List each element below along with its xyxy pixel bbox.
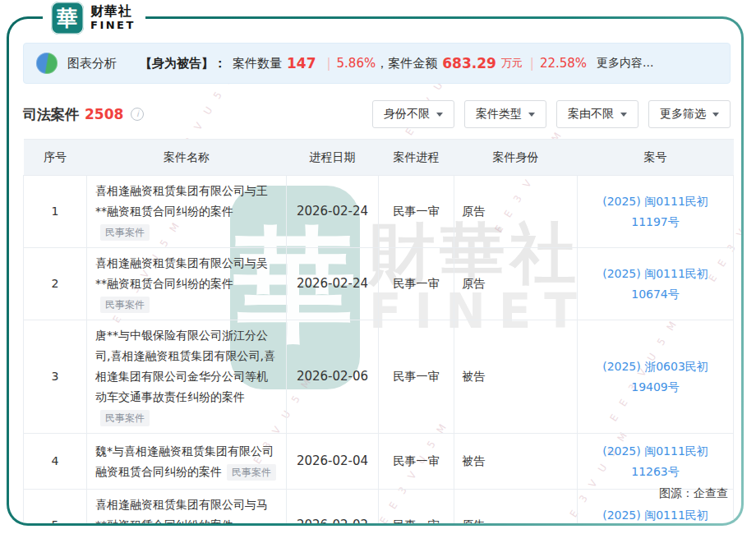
filter-bar: 身份不限 案件类型 案由不限 更多筛选 <box>372 100 731 128</box>
case-process: 民事一审 <box>379 490 454 524</box>
chart-analysis-banner[interactable]: 图表分析 【身为被告】： 案件数量 147 | 5.86% ， 案件金额 683… <box>23 43 731 84</box>
case-role: 原告 <box>454 176 578 248</box>
process-date: 2026-02-02 <box>287 490 379 524</box>
section-count: 2508 <box>85 106 123 122</box>
case-process: 民事一审 <box>379 176 454 248</box>
logo-name-cn: 财華社 <box>90 4 136 19</box>
col-header-process: 案件进程 <box>379 140 454 176</box>
case-name-cell: 喜相逢融资租赁集团有限公司与马**融资租赁合同纠纷的案件民事案件 <box>87 490 287 524</box>
case-number-link[interactable]: (2025) 闽0111民初11197号 <box>578 176 734 248</box>
case-amount-percent: 22.58% <box>540 56 587 71</box>
col-header-role: 案件身份 <box>454 140 578 176</box>
case-count-label: 案件数量 <box>233 56 282 71</box>
case-process: 民事一审 <box>379 434 454 490</box>
table-header-row: 序号 案件名称 进程日期 案件进程 案件身份 案号 <box>24 140 734 176</box>
case-number-link[interactable]: (2025) 浙0603民初19409号 <box>578 320 734 434</box>
section-title: 司法案件 2508 i <box>23 105 144 124</box>
case-name-cell: 唐**与中银保险有限公司浙江分公司,喜相逢融资租赁集团有限公司,喜相逢集团有限公… <box>87 320 287 434</box>
case-number-link[interactable]: (2025) 闽0111民初11263号 <box>578 434 734 490</box>
separator: | <box>530 56 534 71</box>
filter-more-dropdown[interactable]: 更多筛选 <box>648 100 731 128</box>
case-type-badge: 民事案件 <box>100 410 150 426</box>
case-type-badge: 民事案件 <box>100 224 150 241</box>
case-name: 喜相逢融资租赁集团有限公司与马**融资租赁合同纠纷的案件 <box>95 498 268 523</box>
cases-table: 序号 案件名称 进程日期 案件进程 案件身份 案号 1 喜相逢融资租赁集团有限公… <box>23 139 734 523</box>
case-count-value: 147 <box>287 55 316 71</box>
filter-label: 更多筛选 <box>660 107 706 122</box>
row-no: 4 <box>24 434 87 490</box>
table-row: 1 喜相逢融资租赁集团有限公司与王**融资租赁合同纠纷的案件民事案件 2026-… <box>24 176 734 248</box>
case-name-cell: 喜相逢融资租赁集团有限公司与王**融资租赁合同纠纷的案件民事案件 <box>87 176 287 248</box>
chevron-down-icon <box>528 113 535 117</box>
image-source-caption: 图源：企查查 <box>659 486 728 501</box>
case-number-link[interactable]: (2025) 闽0111民初10674号 <box>578 248 734 320</box>
chart-analysis-icon <box>36 53 58 74</box>
filter-label: 案由不限 <box>568 107 614 122</box>
page-frame: 華 財華社 FINET E E 3 V U 5 M E E 3 V U 5 M … <box>7 16 744 526</box>
process-date: 2026-02-24 <box>287 248 379 320</box>
table-row: 2 喜相逢融资租赁集团有限公司与吴**融资租赁合同纠纷的案件民事案件 2026-… <box>24 248 734 320</box>
case-name: 唐**与中银保险有限公司浙江分公司,喜相逢融资租赁集团有限公司,喜相逢集团有限公… <box>95 329 275 403</box>
table-row: 3 唐**与中银保险有限公司浙江分公司,喜相逢融资租赁集团有限公司,喜相逢集团有… <box>24 320 734 434</box>
more-content-link[interactable]: 更多内容... <box>597 56 653 71</box>
case-amount-label: 案件金额 <box>388 56 437 71</box>
case-process: 民事一审 <box>379 320 454 434</box>
case-type-badge: 民事案件 <box>227 464 276 481</box>
content: 图表分析 【身为被告】： 案件数量 147 | 5.86% ， 案件金额 683… <box>9 19 741 523</box>
case-role: 原告 <box>454 490 578 524</box>
case-name: 喜相逢融资租赁集团有限公司与吴**融资租赁合同纠纷的案件 <box>95 256 268 290</box>
col-header-no: 序号 <box>24 140 87 176</box>
finet-logo: 華 财華社 FINET <box>43 0 145 38</box>
filter-label: 身份不限 <box>384 107 430 122</box>
case-role: 被告 <box>454 320 578 434</box>
process-date: 2026-02-24 <box>287 176 379 248</box>
chevron-down-icon <box>436 113 443 117</box>
col-header-date: 进程日期 <box>287 140 379 176</box>
filter-cause-dropdown[interactable]: 案由不限 <box>556 100 638 128</box>
filter-identity-dropdown[interactable]: 身份不限 <box>372 100 454 128</box>
separator: | <box>327 56 331 71</box>
section-title-text: 司法案件 <box>23 105 79 124</box>
case-process: 民事一审 <box>379 248 454 320</box>
chevron-down-icon <box>620 113 627 117</box>
case-count-percent: 5.86% <box>337 56 376 71</box>
filter-case-type-dropdown[interactable]: 案件类型 <box>464 100 546 128</box>
case-type-badge: 民事案件 <box>100 297 150 313</box>
table-row: 5 喜相逢融资租赁集团有限公司与马**融资租赁合同纠纷的案件民事案件 2026-… <box>24 490 734 524</box>
chevron-down-icon <box>712 113 719 117</box>
case-role: 原告 <box>454 248 578 320</box>
case-name: 喜相逢融资租赁集团有限公司与王**融资租赁合同纠纷的案件 <box>95 184 268 218</box>
process-date: 2026-02-04 <box>287 434 379 490</box>
case-amount-unit: 万元 <box>501 56 523 71</box>
row-no: 5 <box>24 490 87 524</box>
case-amount-value: 683.29 <box>442 55 496 71</box>
case-name-cell: 喜相逢融资租赁集团有限公司与吴**融资租赁合同纠纷的案件民事案件 <box>87 248 287 320</box>
logo-name-en: FINET <box>90 20 136 32</box>
comma: ， <box>376 56 388 71</box>
finet-seal-icon: 華 <box>51 2 84 35</box>
banner-title: 图表分析 <box>67 56 117 71</box>
section-header: 司法案件 2508 i 身份不限 案件类型 案由不限 <box>23 99 731 129</box>
card: 華 財華社 FINET E E 3 V U 5 M E E 3 V U 5 M … <box>9 19 741 523</box>
row-no: 2 <box>24 248 87 320</box>
info-icon[interactable]: i <box>131 108 144 121</box>
col-header-name: 案件名称 <box>87 140 287 176</box>
table-row: 4 魏*与喜相逢融资租赁集团有限公司融资租赁合同纠纷的案件民事案件 2026-0… <box>24 434 734 490</box>
col-header-case-no: 案号 <box>578 140 734 176</box>
finet-logo-text: 财華社 FINET <box>90 4 136 31</box>
process-date: 2026-02-06 <box>287 320 379 434</box>
row-no: 1 <box>24 176 87 248</box>
case-role: 被告 <box>454 434 578 490</box>
banner-role-label: 【身为被告】： <box>140 56 226 71</box>
case-name-cell: 魏*与喜相逢融资租赁集团有限公司融资租赁合同纠纷的案件民事案件 <box>87 434 287 490</box>
filter-label: 案件类型 <box>476 107 522 122</box>
row-no: 3 <box>24 320 87 434</box>
